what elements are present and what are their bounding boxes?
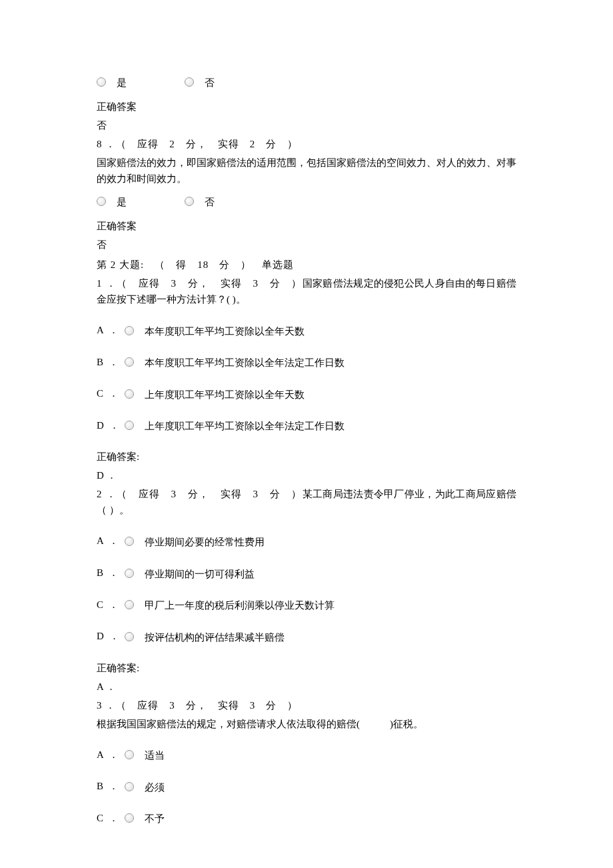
answer-label: 正确答案: <box>97 660 516 676</box>
mc2-answer: A ． <box>97 679 516 695</box>
option-text: 适当 <box>145 747 165 763</box>
option-text: 上年度职工年平均工资除以全年法定工作日数 <box>145 418 344 434</box>
option-letter: B ． <box>97 565 122 581</box>
mc3-header: 3 ．（ 应得 3 分， 实得 3 分 ） <box>97 697 516 713</box>
option-text: 停业期间的一切可得利益 <box>145 566 255 582</box>
option-text: 本年度职工年平均工资除以全年天数 <box>145 323 305 339</box>
mc1-option-d: D ． 上年度职工年平均工资除以全年法定工作日数 <box>97 417 516 435</box>
mc2-option-a: A ． 停业期间必要的经常性费用 <box>97 533 516 550</box>
answer-label: 正确答案 <box>97 99 516 115</box>
radio-icon[interactable] <box>125 782 134 791</box>
option-text: 上年度职工年平均工资除以全年天数 <box>145 387 305 403</box>
option-letter: C ． <box>97 597 122 613</box>
option-letter: A ． <box>97 322 122 338</box>
radio-icon[interactable] <box>125 537 134 546</box>
mc2-option-b: B ． 停业期间的一切可得利益 <box>97 565 516 582</box>
option-text: 按评估机构的评估结果减半赔偿 <box>145 629 285 645</box>
option-letter: B ． <box>97 778 122 794</box>
radio-icon[interactable] <box>125 326 134 335</box>
mc1-option-a: A ． 本年度职工年平均工资除以全年天数 <box>97 322 516 339</box>
option-text: 甲厂上一年度的税后利润乘以停业天数计算 <box>145 597 334 613</box>
radio-icon[interactable] <box>125 600 134 609</box>
radio-icon[interactable] <box>125 750 134 759</box>
mc2-option-d: D ． 按评估机构的评估结果减半赔偿 <box>97 628 516 645</box>
radio-icon[interactable] <box>125 632 134 641</box>
radio-icon[interactable] <box>185 77 194 87</box>
tf-no-label: 否 <box>205 75 215 91</box>
mc2-score: 2 ．（ 应得 3 分， 实得 3 分 ） <box>97 489 303 499</box>
option-letter: B ． <box>97 354 122 370</box>
option-text: 停业期间必要的经常性费用 <box>145 534 265 550</box>
tf-yes-label: 是 <box>117 75 127 91</box>
mc3-text: 根据我国国家赔偿法的规定，对赔偿请求人依法取得的赔偿( )征税。 <box>97 716 516 732</box>
tf-yes-label: 是 <box>117 194 127 210</box>
mc1-answer: D ． <box>97 467 516 483</box>
mc1-option-c: C ． 上年度职工年平均工资除以全年天数 <box>97 385 516 403</box>
mc3-option-b: B ． 必须 <box>97 778 516 795</box>
radio-icon[interactable] <box>185 197 194 206</box>
radio-icon[interactable] <box>125 389 134 399</box>
q8-tf-options: 是 否 <box>97 193 516 211</box>
mc1-score: 1 ．（ 应得 3 分， 实得 3 分 ） <box>97 278 303 289</box>
radio-icon[interactable] <box>125 569 134 578</box>
option-letter: D ． <box>97 417 122 433</box>
q7-tf-options: 是 否 <box>97 73 516 91</box>
radio-icon[interactable] <box>125 421 134 430</box>
option-letter: D ． <box>97 628 122 644</box>
radio-icon[interactable] <box>97 197 106 206</box>
section2-header: 第 2 大题: （ 得 18 分 ） 单选题 <box>97 257 516 273</box>
radio-icon[interactable] <box>125 813 134 823</box>
answer-label: 正确答案: <box>97 449 516 465</box>
mc1-header: 1 ．（ 应得 3 分， 实得 3 分 ）国家赔偿法规定的侵犯公民人身自由的每日… <box>97 275 516 307</box>
q8-answer: 否 <box>97 237 516 253</box>
option-letter: C ． <box>97 385 122 401</box>
option-text: 必须 <box>145 779 165 795</box>
q8-text: 国家赔偿法的效力，即国家赔偿法的适用范围，包括国家赔偿法的空间效力、对人的效力、… <box>97 155 516 187</box>
option-letter: A ． <box>97 533 122 549</box>
option-text: 本年度职工年平均工资除以全年法定工作日数 <box>145 355 344 371</box>
q7-answer: 否 <box>97 117 516 133</box>
mc2-header: 2 ．（ 应得 3 分， 实得 3 分 ）某工商局违法责令甲厂停业，为此工商局应… <box>97 486 516 518</box>
mc3-option-a: A ． 适当 <box>97 747 516 764</box>
radio-icon[interactable] <box>97 77 106 87</box>
mc3-option-c: C ． 不予 <box>97 810 516 827</box>
tf-no-label: 否 <box>205 194 215 210</box>
mc2-option-c: C ． 甲厂上一年度的税后利润乘以停业天数计算 <box>97 597 516 614</box>
radio-icon[interactable] <box>125 357 134 367</box>
mc1-option-b: B ． 本年度职工年平均工资除以全年法定工作日数 <box>97 354 516 371</box>
q8-header: 8 ．（ 应得 2 分， 实得 2 分 ） <box>97 136 516 152</box>
option-text: 不予 <box>145 811 165 827</box>
option-letter: C ． <box>97 810 122 826</box>
answer-label: 正确答案 <box>97 218 516 234</box>
option-letter: A ． <box>97 747 122 763</box>
